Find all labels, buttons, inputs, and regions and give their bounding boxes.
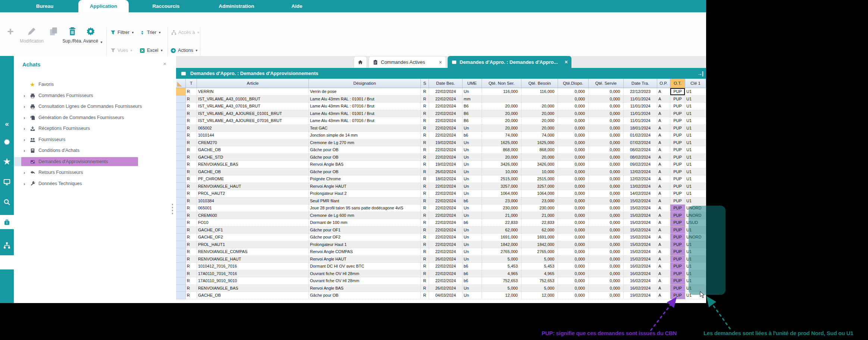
table-row[interactable]: R17A0110_9010_9010Ouvrant fiche OV HI 28… [176,277,706,285]
cell-date_tra[interactable]: 07/02/2024 [624,139,657,147]
row-handle[interactable] [176,161,186,168]
cell-cle1[interactable]: U1 [685,146,706,154]
cell-s[interactable]: R [421,234,429,241]
cell-s[interactable]: R [421,161,429,168]
cell-date_bes[interactable]: 18/02/2024 [429,175,463,183]
row-handle[interactable] [176,256,186,263]
table-row[interactable]: RIST_VRLAME_A43_07016_BRUTLame Alu 43mm … [176,103,706,110]
cell-date_bes[interactable]: 22/02/2024 [429,248,463,256]
cell-ume[interactable]: b6 [463,197,482,205]
cell-date_tra[interactable]: 15/02/2024 [624,197,657,205]
cell-cle1[interactable]: U1 [685,277,706,285]
cell-date_tra[interactable]: 15/02/2024 [624,212,657,219]
close-icon[interactable]: × [163,60,166,67]
cell-ume[interactable]: Un [463,139,482,147]
column-header-ume[interactable]: UME [463,79,482,88]
cell-ot[interactable]: PUP [670,175,685,183]
cell-qte_dispo[interactable]: 0,000 [558,146,589,154]
cell-qte_besoin[interactable]: 5,453 [521,263,558,270]
cell-date_tra[interactable]: 12/02/2024 [624,175,657,183]
cell-t[interactable]: R [186,103,197,110]
cell-op[interactable]: A [657,161,670,168]
cell-t[interactable]: R [186,212,197,219]
cell-designation[interactable]: Gâche pour OB [309,154,421,161]
cell-ot[interactable]: PUP [670,139,685,147]
cell-cle1[interactable]: U1 [685,175,706,183]
cell-ot[interactable]: PUP [670,197,685,205]
tab-overflow-icon[interactable]: →| [697,71,703,77]
cell-qte_besoin[interactable]: 230,000 [521,205,558,212]
add-button[interactable]: + [2,26,19,36]
cell-date_tra[interactable]: 19/02/2024 [624,292,657,299]
cell-qte_non_ser[interactable]: 74,000 [482,132,521,139]
cell-qte_dispo[interactable]: 0,000 [558,277,589,285]
table-row[interactable]: RRENVOIANGLE_HAUTRenvoi Angle HAUTR26/02… [176,256,706,263]
cell-t[interactable]: R [186,263,197,270]
cell-ot[interactable]: PUP [670,183,685,190]
menu-item-raccourcis[interactable]: Raccourcis [147,0,185,12]
cell-qte_dispo[interactable]: 0,000 [558,132,589,139]
cell-op[interactable]: A [657,117,670,125]
cell-ot[interactable]: PUP [670,212,685,219]
cell-designation[interactable]: Renvoi Angle COMPAS [309,248,421,256]
select-all-corner[interactable] [176,79,186,88]
cell-date_tra[interactable]: 15/02/2024 [624,234,657,241]
cell-s[interactable]: R [421,132,429,139]
cell-date_bes[interactable]: 22/02/2024 [429,190,463,197]
rail-item-monitor[interactable] [0,175,14,189]
table-row[interactable]: RPROL_HAUT1Prolongateur Haut 1R22/02/202… [176,241,706,249]
cell-t[interactable]: R [186,132,197,139]
cell-qte_dispo[interactable]: 0,000 [558,161,589,168]
cell-s[interactable]: R [421,197,429,205]
cell-qte_servie[interactable]: 0,000 [589,154,624,161]
cell-t[interactable]: R [186,125,197,132]
table-row[interactable]: RRENVOIANGLE_BASRenvoi Angle BASR19/02/2… [176,161,706,168]
cell-cle1[interactable]: U1 [685,197,706,205]
cell-date_bes[interactable]: 22/02/2024 [429,197,463,205]
cell-qte_servie[interactable]: 0,000 [589,110,624,118]
menu-item-bureau[interactable]: Bureau [30,0,60,12]
cell-t[interactable]: R [186,285,197,292]
tab-demandes-d-appro-demandes-d-appro-[interactable]: Demandes d'Appro. : Demandes d'Appro...× [448,56,571,68]
column-header-designation[interactable]: Désignation [309,79,421,88]
cell-cle1[interactable]: U1 [685,161,706,168]
cell-qte_non_ser[interactable]: 3426,000 [482,161,521,168]
cell-article[interactable]: 1010144 [197,132,309,139]
cell-s[interactable]: R [421,270,429,278]
cell-ume[interactable]: b6 [463,270,482,278]
cell-date_bes[interactable]: 22/02/2024 [429,183,463,190]
cell-qte_servie[interactable]: 0,000 [589,270,624,278]
row-handle[interactable] [176,103,186,110]
cell-qte_dispo[interactable]: 0,000 [558,88,589,96]
cell-qte_non_ser[interactable]: 3257,000 [482,183,521,190]
cell-qte_dispo[interactable]: 0,000 [558,256,589,263]
cell-qte_servie[interactable]: 0,000 [589,227,624,234]
cell-qte_servie[interactable]: 0,000 [589,292,624,299]
row-handle[interactable] [176,146,186,154]
cell-cle1[interactable]: U1 [685,256,706,263]
rail-item-star[interactable]: ★ [0,155,14,169]
cell-ume[interactable]: B6 [463,117,482,125]
copy-button[interactable] [44,26,63,36]
cell-article[interactable]: VERRIN [197,88,309,96]
cell-qte_dispo[interactable]: 0,000 [558,234,589,241]
cell-article[interactable]: 065002 [197,125,309,132]
sidebar-item-fournisseurs[interactable]: ›Fournisseurs [14,135,172,144]
cell-qte_non_ser[interactable]: 23,000 [482,197,521,205]
cell-s[interactable]: R [421,117,429,125]
table-row[interactable]: RVERRINVerrin de poseR22/02/2024Un116,00… [176,88,706,96]
cell-date_bes[interactable]: 22/02/2024 [429,117,463,125]
rail-item-collapse-left[interactable]: « [0,117,14,131]
cell-ot[interactable]: PUP [670,132,685,139]
cell-date_bes[interactable]: 22/02/2024 [429,132,463,139]
cell-date_bes[interactable]: 19/02/2024 [429,161,463,168]
sidebar-item-favoris[interactable]: ★Favoris [14,80,172,89]
cell-qte_besoin[interactable]: 74,000 [521,132,558,139]
tab-home[interactable] [354,56,367,68]
cell-qte_servie[interactable]: 0,000 [589,241,624,249]
cell-date_bes[interactable]: 22/02/2024 [429,212,463,219]
sidebar-item-donn-es-techniques[interactable]: ›Données Techniques [14,179,172,188]
cell-date_bes[interactable]: 26/02/2024 [429,256,463,263]
cell-designation[interactable]: Lame Alu 43mm RAL : 01001 / Brut [309,96,421,103]
cell-ume[interactable]: Un [463,292,482,299]
